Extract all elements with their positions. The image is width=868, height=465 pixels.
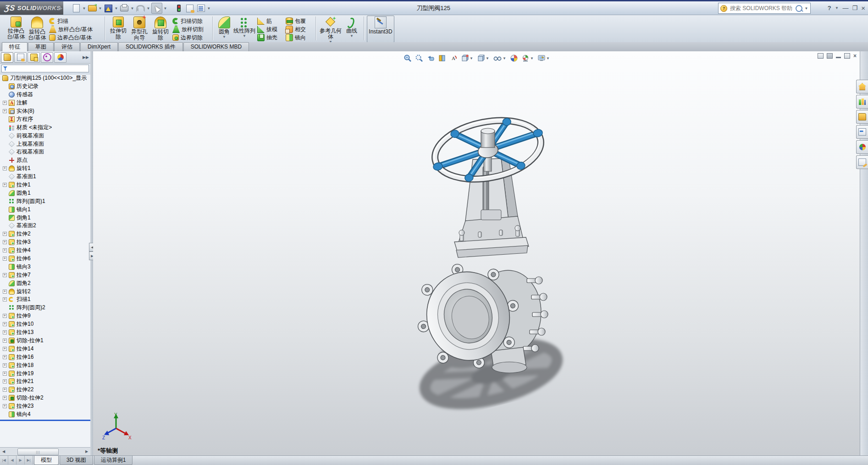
tree-item[interactable]: 镜向1 [0, 205, 90, 213]
model-tab[interactable]: 模型 [34, 456, 59, 465]
tree-item[interactable]: 基准面1 [0, 173, 90, 181]
tree-item[interactable]: 拉伸16 [0, 353, 90, 361]
expand-toggle[interactable] [3, 257, 7, 261]
save-button[interactable] [103, 3, 113, 13]
tree-item[interactable]: 拉伸3 [0, 238, 90, 246]
tree-item[interactable]: 切除-拉伸1 [0, 337, 90, 345]
expand-toggle[interactable] [3, 101, 7, 105]
file-explorer-tab[interactable] [856, 110, 868, 124]
curves-dropdown-arrow[interactable]: ▼ [350, 34, 354, 38]
apply-scene-dropdown-arrow[interactable]: ▼ [530, 53, 534, 63]
wrap-button[interactable]: 包覆 [284, 17, 313, 25]
tree-item[interactable]: 镜向4 [0, 410, 90, 419]
tree-horizontal-scrollbar[interactable]: ◀ ||| ▶ [0, 447, 90, 455]
tree-item[interactable]: 拉伸10 [0, 320, 90, 328]
shell-button[interactable]: 抽壳 [256, 33, 284, 42]
tree-item[interactable]: 拉伸18 [0, 361, 90, 369]
print-dropdown-arrow[interactable]: ▼ [130, 3, 134, 13]
tree-item[interactable]: 镜向3 [0, 263, 90, 271]
tree-item[interactable]: 右视基准面 [0, 148, 90, 156]
scroll-left-arrow[interactable]: ◀ [0, 448, 7, 455]
tab-sketch[interactable]: 草图 [28, 42, 54, 51]
tree-item[interactable]: 拉伸13 [0, 328, 90, 337]
revolved-boss-button[interactable]: 旋转凸台/基体 [27, 16, 48, 42]
previous-view-button[interactable] [426, 54, 435, 62]
tree-item[interactable]: 阵列(圆周)1 [0, 197, 90, 205]
expand-toggle[interactable] [3, 166, 7, 170]
doc-minimize-icon[interactable] [836, 57, 841, 58]
motion-study-tab[interactable]: 运动算例1 [94, 456, 133, 465]
scroll-track[interactable]: ||| [7, 448, 83, 455]
first-tab-button[interactable]: |◀ [0, 456, 8, 465]
tree-item[interactable]: 拉伸23 [0, 402, 90, 410]
expand-toggle[interactable] [3, 388, 7, 392]
tree-item[interactable]: 拉伸4 [0, 246, 90, 255]
draft-button[interactable]: 拔模 [256, 25, 284, 33]
fillet-button[interactable]: 圆角 ▼ [216, 16, 233, 42]
view-orientation-button[interactable]: ▼ [461, 53, 474, 63]
tab-solidworks-mbd[interactable]: SOLIDWORKS MBD [183, 42, 249, 51]
tree-item[interactable]: 切除-拉伸2 [0, 394, 90, 402]
linear-pattern-button[interactable]: 线性阵列 ▼ [233, 16, 256, 42]
hide-show-dropdown-arrow[interactable]: ▼ [503, 53, 507, 63]
lofted-boss-button[interactable]: 放样凸台/基体 [48, 25, 102, 33]
doc-cascade-icon[interactable] [827, 53, 833, 59]
options-dropdown-arrow[interactable]: ▼ [207, 3, 211, 13]
intersect-button[interactable]: 相交 [284, 25, 313, 33]
lofted-cut-button[interactable]: 放样切割 [171, 25, 210, 33]
section-view-button[interactable] [438, 54, 446, 62]
tree-item[interactable]: 前视基准面 [0, 131, 90, 140]
help-search-box[interactable]: ? ▼ [718, 3, 811, 14]
rollback-bar[interactable] [0, 420, 90, 421]
view-palette-tab[interactable] [856, 125, 868, 139]
extruded-boss-button[interactable]: 拉伸凸台/基体 [6, 16, 27, 42]
tab-solidworks-addins[interactable]: SOLIDWORKS 插件 [118, 42, 183, 51]
expand-toggle[interactable] [3, 314, 7, 318]
custom-properties-tab[interactable] [856, 155, 868, 169]
tree-item[interactable]: 材质 <未指定> [0, 123, 90, 131]
tree-item[interactable]: 基准面2 [0, 222, 90, 230]
dimxpertmanager-tab[interactable] [41, 52, 53, 63]
mirror-button[interactable]: 镜向 [284, 33, 313, 42]
boundary-boss-button[interactable]: 边界凸台/基体 [48, 33, 102, 42]
new-dropdown-arrow[interactable]: ▼ [82, 3, 86, 13]
save-dropdown-arrow[interactable]: ▼ [114, 3, 118, 13]
expand-toggle[interactable] [3, 183, 7, 187]
doc-close-icon[interactable]: × [853, 54, 857, 58]
rebuild-button[interactable] [174, 3, 184, 13]
open-dropdown-arrow[interactable]: ▼ [98, 3, 102, 13]
menu-expand-chevron[interactable]: ▶ [60, 4, 64, 12]
select-button[interactable] [151, 3, 162, 14]
scroll-right-arrow[interactable]: ▶ [83, 448, 90, 455]
expand-toggle[interactable] [3, 363, 7, 367]
help-button[interactable]: ? [828, 5, 831, 11]
restore-button[interactable]: ❐ [852, 5, 858, 11]
reference-geometry-button[interactable]: 参考几何体 ▼ [319, 16, 343, 44]
search-icon[interactable] [796, 5, 802, 12]
tree-item[interactable]: 扫描1 [0, 295, 90, 304]
print-button[interactable] [119, 3, 129, 13]
prev-tab-button[interactable]: ◀ [8, 456, 17, 465]
extruded-cut-button[interactable]: 拉伸切除 [108, 16, 129, 42]
tree-item[interactable]: 阵列(圆周)2 [0, 304, 90, 312]
zoom-to-area-button[interactable] [415, 54, 423, 62]
configurationmanager-tab[interactable] [28, 52, 40, 63]
close-button[interactable]: × [861, 4, 865, 12]
next-tab-button[interactable]: ▶ [17, 456, 25, 465]
boundary-cut-button[interactable]: 边界切除 [171, 33, 210, 42]
expand-toggle[interactable] [3, 330, 7, 334]
tree-item[interactable]: 旋转2 [0, 287, 90, 295]
tree-item[interactable]: 上视基准面 [0, 140, 90, 148]
featuremanager-tab[interactable] [1, 52, 13, 63]
tree-item[interactable]: 历史记录 [0, 82, 90, 91]
expand-toggle[interactable] [3, 322, 7, 326]
expand-toggle[interactable] [3, 372, 7, 376]
expand-toggle[interactable] [3, 290, 7, 294]
help-dropdown-arrow[interactable]: ▼ [835, 3, 839, 13]
tree-item[interactable]: 实体(8) [0, 107, 90, 115]
tree-item[interactable]: 拉伸6 [0, 255, 90, 263]
options-button[interactable] [196, 3, 206, 13]
doc-maximize-icon[interactable] [844, 53, 850, 59]
design-library-tab[interactable] [856, 95, 868, 109]
tree-filter-input[interactable] [1, 65, 89, 72]
